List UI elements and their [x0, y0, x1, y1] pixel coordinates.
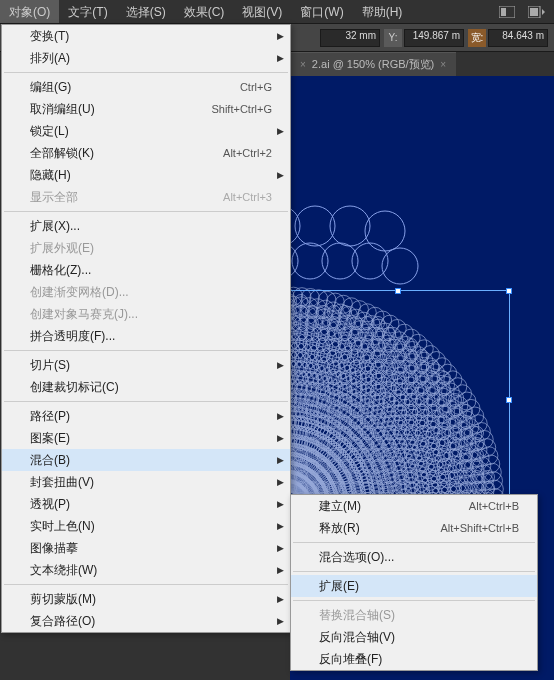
menu-item[interactable]: 封套扭曲(V)▶ — [2, 471, 290, 493]
workspace-icon[interactable] — [498, 3, 516, 21]
menu-item[interactable]: 复合路径(O)▶ — [2, 610, 290, 632]
menu-item: 显示全部Alt+Ctrl+3 — [2, 186, 290, 208]
handle-mr[interactable] — [506, 397, 512, 403]
menu-view[interactable]: 视图(V) — [233, 0, 291, 23]
menu-item[interactable]: 栅格化(Z)... — [2, 259, 290, 281]
menu-item[interactable]: 拼合透明度(F)... — [2, 325, 290, 347]
menu-effect[interactable]: 效果(C) — [175, 0, 234, 23]
menu-item[interactable]: 取消编组(U)Shift+Ctrl+G — [2, 98, 290, 120]
menu-item[interactable]: 全部解锁(K)Alt+Ctrl+2 — [2, 142, 290, 164]
menu-item[interactable]: 切片(S)▶ — [2, 354, 290, 376]
menu-help[interactable]: 帮助(H) — [353, 0, 412, 23]
menu-item[interactable]: 图案(E)▶ — [2, 427, 290, 449]
handle-tm[interactable] — [395, 288, 401, 294]
submenu-item: 替换混合轴(S) — [291, 604, 537, 626]
document-tab[interactable]: × 2.ai @ 150% (RGB/预览) × — [290, 52, 456, 76]
selection-bounds — [290, 290, 510, 510]
tab-label: 2.ai @ 150% (RGB/预览) — [312, 57, 434, 72]
menu-item: 创建渐变网格(D)... — [2, 281, 290, 303]
field-y[interactable]: 149.867 m — [404, 29, 464, 47]
tab-close-left[interactable]: × — [300, 59, 306, 70]
menu-item: 创建对象马赛克(J)... — [2, 303, 290, 325]
menu-item[interactable]: 混合(B)▶ — [2, 449, 290, 471]
menubar: 对象(O) 文字(T) 选择(S) 效果(C) 视图(V) 窗口(W) 帮助(H… — [0, 0, 554, 24]
field-x[interactable]: 32 mm — [320, 29, 380, 47]
menu-item[interactable]: 路径(P)▶ — [2, 405, 290, 427]
menu-item[interactable]: 扩展(X)... — [2, 215, 290, 237]
menu-select[interactable]: 选择(S) — [117, 0, 175, 23]
menu-item: 扩展外观(E) — [2, 237, 290, 259]
field-width[interactable]: 84.643 m — [488, 29, 548, 47]
svg-point-5 — [295, 206, 335, 246]
tab-close-right[interactable]: × — [440, 59, 446, 70]
svg-point-10 — [322, 243, 358, 279]
menu-item[interactable]: 创建裁切标记(C) — [2, 376, 290, 398]
menu-item[interactable]: 编组(G)Ctrl+G — [2, 76, 290, 98]
svg-point-6 — [330, 206, 370, 246]
menu-item[interactable]: 排列(A)▶ — [2, 47, 290, 69]
arrange-icon[interactable] — [528, 3, 546, 21]
menu-item[interactable]: 变换(T)▶ — [2, 25, 290, 47]
menu-item[interactable]: 隐藏(H)▶ — [2, 164, 290, 186]
submenu-item[interactable]: 建立(M)Alt+Ctrl+B — [291, 495, 537, 517]
svg-rect-3 — [530, 8, 538, 16]
menu-item[interactable]: 剪切蒙版(M)▶ — [2, 588, 290, 610]
label-y: Y: — [384, 29, 402, 47]
submenu-item[interactable]: 反向堆叠(F) — [291, 648, 537, 670]
handle-tr[interactable] — [506, 288, 512, 294]
submenu-item[interactable]: 反向混合轴(V) — [291, 626, 537, 648]
svg-point-7 — [365, 211, 405, 251]
menu-text[interactable]: 文字(T) — [59, 0, 116, 23]
menu-item[interactable]: 透视(P)▶ — [2, 493, 290, 515]
object-menu-dropdown: 变换(T)▶排列(A)▶编组(G)Ctrl+G取消编组(U)Shift+Ctrl… — [1, 24, 291, 633]
menu-item[interactable]: 锁定(L)▶ — [2, 120, 290, 142]
menu-window[interactable]: 窗口(W) — [291, 0, 352, 23]
menu-object[interactable]: 对象(O) — [0, 0, 59, 23]
label-width: 宽: — [468, 29, 486, 47]
menu-item[interactable]: 文本绕排(W)▶ — [2, 559, 290, 581]
svg-rect-1 — [501, 8, 506, 16]
submenu-item[interactable]: 扩展(E) — [291, 575, 537, 597]
svg-point-9 — [292, 243, 328, 279]
menu-item[interactable]: 实时上色(N)▶ — [2, 515, 290, 537]
menu-item[interactable]: 图像描摹▶ — [2, 537, 290, 559]
submenu-item[interactable]: 混合选项(O)... — [291, 546, 537, 568]
submenu-item[interactable]: 释放(R)Alt+Shift+Ctrl+B — [291, 517, 537, 539]
blend-submenu: 建立(M)Alt+Ctrl+B释放(R)Alt+Shift+Ctrl+B混合选项… — [290, 494, 538, 671]
